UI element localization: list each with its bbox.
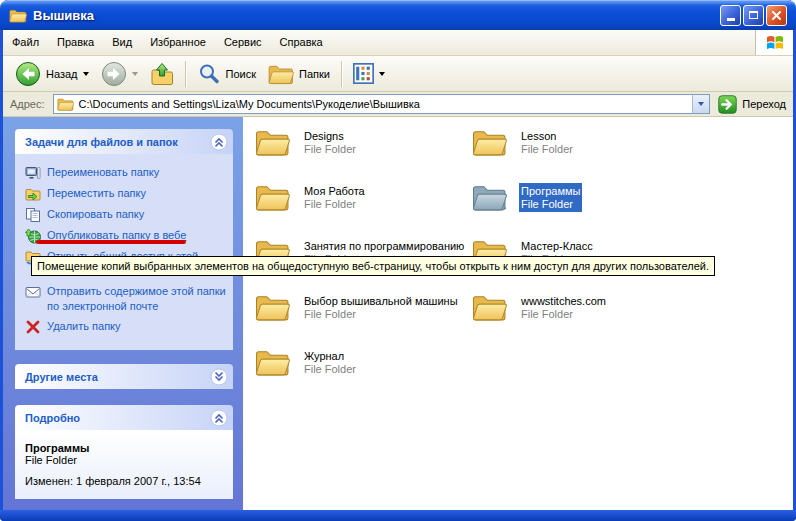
panel-other-places: Другие места [15,364,233,389]
toolbar-separator [341,61,342,87]
move-folder-icon [25,186,41,202]
email-icon [25,284,41,300]
file-tasks-header[interactable]: Задачи для файлов и папок [15,129,233,154]
go-icon [718,95,737,114]
address-folder-icon [57,97,74,111]
dropdown-caret-icon [698,102,704,106]
up-folder-icon [150,62,174,86]
other-places-header[interactable]: Другие места [15,364,233,389]
folder-icon [472,292,507,322]
views-icon [353,63,374,84]
folder-icon [255,292,290,322]
folder-icon [255,182,290,212]
tooltip: Помещение копий выбранных элементов на о… [31,256,715,276]
close-button[interactable] [766,5,787,26]
file-tile-vybor-mashiny[interactable]: Выбор вышивальной машиныFile Folder [253,292,470,347]
toolbar: Назад Поиск Папки [3,56,793,92]
details-header[interactable]: Подробно [15,405,233,430]
folder-icon [255,127,290,157]
panel-details: Подробно Программы File Folder Изменен: … [15,405,233,499]
title-bar[interactable]: Вышивка [0,0,796,30]
window-folder-icon [9,8,27,23]
file-tile-programmy-selected[interactable]: ПрограммыFile Folder [470,182,687,237]
go-button[interactable]: Переход [718,95,786,114]
maximize-icon [749,11,758,19]
menu-file[interactable]: Файл [3,30,48,55]
close-icon [771,10,782,21]
file-tasks-body: Переименовать папку Переместить папку Ск… [15,154,233,350]
folder-icon [472,127,507,157]
back-dropdown-caret[interactable] [83,72,89,76]
delete-icon [25,319,41,335]
toolbar-separator [185,61,186,87]
menu-favorites[interactable]: Избранное [141,30,215,55]
file-tile-zhurnal[interactable]: ЖурналFile Folder [253,347,470,402]
forward-icon [101,61,127,87]
search-icon [197,62,221,86]
back-icon [15,61,41,87]
details-item-modified: Изменен: 1 февраля 2007 г., 13:54 [25,475,223,487]
file-tile-lesson[interactable]: LessonFile Folder [470,127,687,182]
menu-view[interactable]: Вид [103,30,141,55]
file-tile-designs[interactable]: DesignsFile Folder [253,127,470,182]
task-email-folder[interactable]: Отправить содержимое этой папки по элект… [25,284,228,314]
address-bar: Адрес: C:\Documents and Settings\Liza\My… [3,92,793,117]
maximize-button[interactable] [743,5,764,26]
content-area: Задачи для файлов и папок Переименовать … [3,117,793,510]
address-dropdown-button[interactable] [692,95,709,113]
views-button[interactable] [347,59,391,89]
search-button[interactable]: Поиск [191,59,262,89]
explorer-window: Вышивка Файл Правка Вид Избранное Сервис… [0,0,796,521]
copy-folder-icon [25,207,41,223]
task-pane: Задачи для файлов и папок Переименовать … [3,117,243,510]
menu-bar: Файл Правка Вид Избранное Сервис Справка [3,30,793,56]
task-copy-folder[interactable]: Скопировать папку [25,207,228,223]
minimize-button[interactable] [720,5,741,26]
folder-icon [255,347,290,377]
details-item-name: Программы [25,442,223,454]
task-delete-folder[interactable]: Удалить папку [25,319,228,335]
file-list: DesignsFile Folder LessonFile Folder Моя… [243,117,793,510]
details-item-type: File Folder [25,454,223,466]
chevron-down-icon[interactable] [210,368,228,386]
folder-selected-icon [472,182,507,212]
window-title: Вышивка [33,8,94,23]
file-tile-wwwstitches[interactable]: wwwstitches.comFile Folder [470,292,687,347]
chevron-up-icon[interactable] [210,133,228,151]
chevron-up-icon[interactable] [210,409,228,427]
forward-dropdown-caret [132,72,138,76]
folders-button[interactable]: Папки [262,59,336,89]
address-label: Адрес: [10,98,45,110]
window-bottom-border [0,510,796,521]
forward-button[interactable] [95,59,144,89]
menu-help[interactable]: Справка [271,30,332,55]
address-combo[interactable]: C:\Documents and Settings\Liza\My Docume… [53,94,711,114]
address-value[interactable]: C:\Documents and Settings\Liza\My Docume… [79,98,693,110]
task-move-folder[interactable]: Переместить папку [25,186,228,202]
minimize-icon [727,18,735,21]
details-body: Программы File Folder Изменен: 1 февраля… [15,430,233,499]
menu-tools[interactable]: Сервис [215,30,271,55]
up-button[interactable] [144,59,180,89]
back-button[interactable]: Назад [9,59,95,89]
folders-icon [268,63,294,85]
views-dropdown-caret[interactable] [379,72,385,76]
windows-logo-icon [755,30,793,55]
file-tile-moya-rabota[interactable]: Моя РаботаFile Folder [253,182,470,237]
annotation-underline [36,240,186,244]
task-rename-folder[interactable]: Переименовать папку [25,165,228,181]
menu-edit[interactable]: Правка [48,30,103,55]
rename-folder-icon [25,165,41,181]
